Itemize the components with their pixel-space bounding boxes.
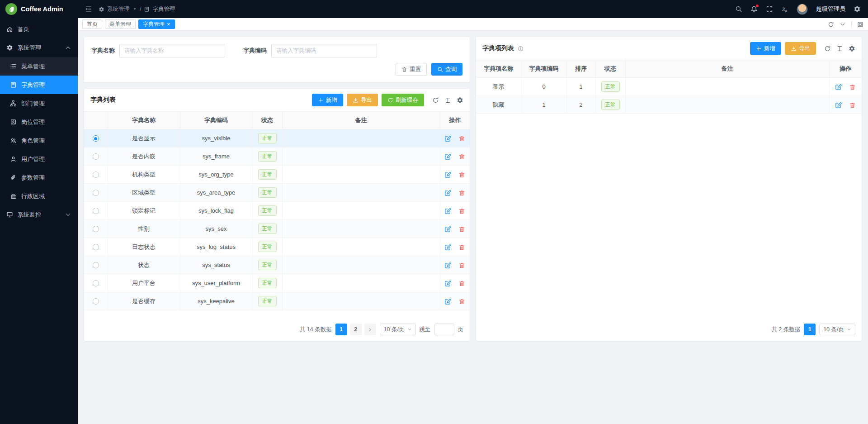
row-radio[interactable] [93, 190, 99, 196]
remark-cell [282, 238, 440, 256]
delete-icon[interactable] [458, 135, 465, 142]
sidebar-item-menu[interactable]: 菜单管理 [0, 57, 78, 76]
add-dict-item-button[interactable]: 新增 [750, 42, 781, 55]
refresh-table-icon[interactable] [432, 97, 439, 104]
delete-icon[interactable] [458, 226, 465, 233]
page-size-select[interactable]: 10 条/页 [819, 324, 855, 335]
breadcrumb-root[interactable]: 系统管理 [107, 5, 130, 13]
delete-icon[interactable] [458, 298, 465, 305]
sidebar-group-1[interactable]: 系统监控 [0, 205, 78, 224]
page-button-1[interactable]: 1 [335, 324, 347, 335]
page-size-select[interactable]: 10 条/页 [380, 324, 416, 335]
topbar: 系统管理 / 字典管理 文A 超级管理员 [78, 0, 868, 18]
edit-icon[interactable] [444, 135, 451, 142]
jump-page-input[interactable] [434, 324, 454, 335]
column-settings-icon[interactable] [457, 97, 463, 104]
table-row[interactable]: 是否显示 sys_visible 正常 [84, 129, 470, 148]
dept-icon [10, 100, 17, 107]
sidebar-toggle-icon[interactable] [85, 5, 92, 13]
delete-icon[interactable] [458, 153, 465, 160]
refresh-cache-button[interactable]: 刷新缓存 [382, 94, 424, 106]
user-avatar[interactable] [797, 4, 808, 15]
edit-icon[interactable] [444, 190, 451, 196]
row-radio[interactable] [93, 298, 99, 305]
refresh-tabs-icon[interactable] [828, 21, 834, 28]
app-logo[interactable]: Coffee Admin [0, 0, 78, 18]
tab-2[interactable]: 字典管理× [138, 19, 175, 29]
settings-gear-icon[interactable] [854, 5, 861, 13]
edit-icon[interactable] [835, 102, 842, 109]
delete-icon[interactable] [849, 84, 856, 91]
user-name[interactable]: 超级管理员 [816, 5, 845, 13]
edit-icon[interactable] [444, 280, 451, 287]
row-radio[interactable] [93, 280, 99, 286]
search-icon[interactable] [735, 5, 742, 13]
table-row[interactable]: 状态 sys_status 正常 [84, 256, 470, 274]
export-dict-button[interactable]: 导出 [347, 94, 378, 106]
next-page-button[interactable] [364, 324, 376, 335]
sidebar-item-role[interactable]: 角色管理 [0, 131, 78, 150]
sidebar-item-home[interactable]: 首页 [0, 20, 78, 38]
delete-icon[interactable] [458, 280, 465, 287]
table-row[interactable]: 用户平台 sys_user_platform 正常 [84, 274, 470, 292]
dict-name-input[interactable] [119, 44, 225, 57]
row-radio[interactable] [93, 153, 99, 160]
edit-icon[interactable] [835, 84, 842, 91]
language-icon[interactable]: 文A [781, 5, 788, 13]
delete-icon[interactable] [458, 208, 465, 214]
edit-icon[interactable] [444, 172, 451, 178]
dict-code-input[interactable] [271, 44, 377, 57]
page-button-2[interactable]: 2 [350, 324, 362, 335]
table-row[interactable]: 是否缓存 sys_keepalive 正常 [84, 292, 470, 310]
sidebar-item-user[interactable]: 用户管理 [0, 150, 78, 168]
notification-bell-icon[interactable] [750, 5, 758, 13]
add-dict-button[interactable]: 新增 [312, 94, 343, 106]
table-row[interactable]: 锁定标记 sys_lock_flag 正常 [84, 202, 470, 220]
edit-icon[interactable] [444, 208, 451, 214]
page-button-1[interactable]: 1 [804, 324, 816, 335]
table-row[interactable]: 性别 sys_sex 正常 [84, 220, 470, 238]
edit-icon[interactable] [444, 298, 451, 305]
row-radio[interactable] [93, 135, 99, 142]
delete-icon[interactable] [458, 244, 465, 251]
edit-icon[interactable] [444, 226, 451, 233]
table-row[interactable]: 日志状态 sys_log_status 正常 [84, 238, 470, 256]
delete-icon[interactable] [849, 102, 856, 109]
sidebar-item-post[interactable]: 岗位管理 [0, 113, 78, 131]
sidebar-item-param[interactable]: 参数管理 [0, 168, 78, 187]
delete-icon[interactable] [458, 172, 465, 178]
table-row[interactable]: 机构类型 sys_org_type 正常 [84, 166, 470, 184]
delete-icon[interactable] [458, 190, 465, 196]
table-row[interactable]: 隐藏 1 2 正常 [476, 96, 862, 114]
sidebar-item-dept[interactable]: 部门管理 [0, 94, 78, 113]
table-row[interactable]: 是否内嵌 sys_frame 正常 [84, 148, 470, 166]
refresh-table-icon[interactable] [824, 45, 831, 52]
column-settings-icon[interactable] [849, 45, 855, 52]
row-radio[interactable] [93, 172, 99, 178]
row-radio[interactable] [93, 244, 99, 250]
row-radio[interactable] [93, 208, 99, 214]
sidebar-item-area[interactable]: 行政区域 [0, 187, 78, 205]
close-icon[interactable]: × [167, 21, 170, 27]
export-dict-item-button[interactable]: 导出 [785, 42, 816, 55]
delete-icon[interactable] [458, 262, 465, 269]
query-button[interactable]: 查询 [431, 63, 462, 76]
edit-icon[interactable] [444, 153, 451, 160]
edit-icon[interactable] [444, 262, 451, 269]
table-density-icon[interactable] [444, 97, 451, 104]
tab-0[interactable]: 首页 [82, 19, 102, 29]
row-radio[interactable] [93, 226, 99, 232]
table-density-icon[interactable] [836, 45, 843, 52]
table-row[interactable]: 区域类型 sys_area_type 正常 [84, 184, 470, 202]
info-icon[interactable] [518, 46, 524, 52]
reset-button[interactable]: 重置 [396, 63, 427, 76]
layout-icon[interactable] [857, 21, 863, 28]
edit-icon[interactable] [444, 244, 451, 251]
fullscreen-icon[interactable] [766, 5, 773, 13]
row-radio[interactable] [93, 262, 99, 268]
table-row[interactable]: 显示 0 1 正常 [476, 78, 862, 96]
sidebar-item-dict[interactable]: 字典管理 [0, 76, 78, 94]
tab-actions-chevron-icon[interactable] [840, 21, 846, 28]
sidebar-group-0[interactable]: 系统管理 [0, 38, 78, 57]
tab-1[interactable]: 菜单管理 [105, 19, 136, 29]
